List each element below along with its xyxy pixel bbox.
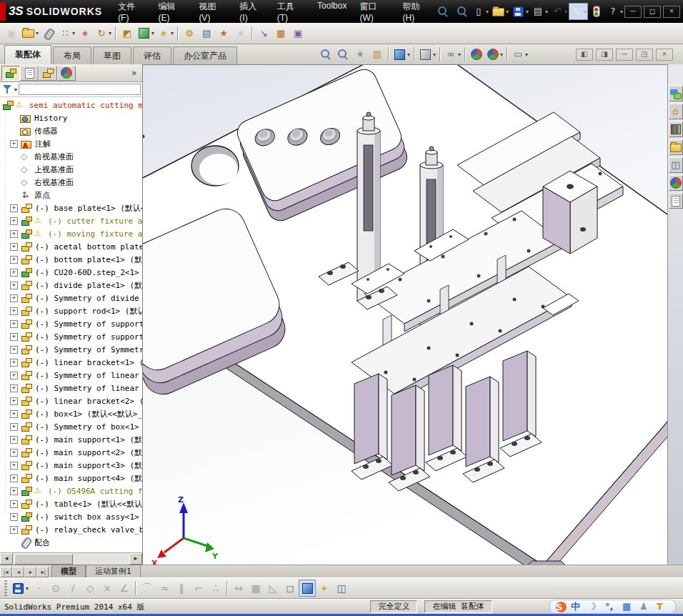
tree-item[interactable]: +(-) linear bracket<2> (默: [0, 394, 142, 407]
save-button[interactable]: ▾: [10, 580, 30, 597]
menu-pin-icon[interactable]: [437, 6, 449, 17]
tree-item[interactable]: +(-) Symmetry of Symmetry: [0, 343, 142, 356]
tree-item[interactable]: +(-) box<1> (默认<<默认>_显: [0, 407, 142, 420]
tab-办公室产品[interactable]: 办公室产品: [173, 46, 237, 64]
view-orientation-button[interactable]: ▾: [392, 46, 412, 63]
file-explorer-tab[interactable]: [669, 139, 683, 155]
large-assembly-mode-button[interactable]: ▦: [272, 25, 289, 42]
expand-icon[interactable]: +: [10, 333, 18, 341]
tree-item[interactable]: +(-) Symmetry of linear br: [0, 369, 142, 382]
mate-button[interactable]: [40, 25, 57, 42]
expand-icon[interactable]: +: [10, 526, 18, 534]
expand-icon[interactable]: +: [10, 487, 18, 495]
bill-of-materials-button[interactable]: ▤: [198, 25, 215, 42]
search-button[interactable]: [454, 3, 471, 20]
menu-工具(T)[interactable]: 工具(T): [271, 0, 310, 25]
view-settings-button[interactable]: ▭▾: [510, 46, 529, 63]
expand-icon[interactable]: +: [10, 500, 18, 508]
expand-icon[interactable]: +: [10, 140, 18, 148]
tree-root-item[interactable]: semi automatic cutting mac: [0, 99, 142, 111]
undo-button[interactable]: ↶▾: [549, 3, 569, 20]
expand-icon[interactable]: +: [10, 269, 18, 277]
doc-close-button[interactable]: ×: [656, 49, 673, 61]
tree-item[interactable]: +(-) bottom plate<1> (默认: [0, 253, 142, 266]
tree-item[interactable]: +(-) table<1> (默认<<默认>: [0, 497, 142, 510]
expand-icon[interactable]: +: [10, 282, 18, 289]
filter-input[interactable]: [19, 84, 141, 95]
spline-tool[interactable]: ∴: [207, 580, 224, 597]
expand-icon[interactable]: +: [10, 410, 18, 418]
custom-properties-tab[interactable]: [669, 193, 683, 209]
wireframe-view-button[interactable]: ◻: [281, 580, 299, 597]
new-motion-study-button[interactable]: ⚙: [181, 25, 198, 42]
study-tab-nav-button[interactable]: ►|: [36, 567, 49, 577]
tree-item[interactable]: History: [0, 111, 142, 124]
tree-item[interactable]: +(-) Symmetry of support r: [0, 330, 142, 343]
print-button[interactable]: ▤▾: [530, 3, 549, 20]
menu-编辑(E)[interactable]: 编辑(E): [152, 0, 191, 25]
angle-tool[interactable]: ∠: [116, 580, 133, 597]
pane-split-left-button[interactable]: ◧: [576, 49, 593, 61]
corner-tool[interactable]: ⌐: [190, 580, 207, 597]
edit-appearance-button[interactable]: [468, 46, 485, 63]
study-tab-nav-button[interactable]: |◄: [0, 567, 12, 577]
tree-item[interactable]: +(-) acetal bottom plate<1: [0, 240, 142, 253]
study-tab-模型[interactable]: 模型: [51, 565, 86, 578]
tree-filter[interactable]: ▾: [0, 82, 142, 97]
expand-icon[interactable]: +: [10, 462, 18, 470]
expand-icon[interactable]: +: [10, 256, 18, 264]
dropdown-caret-icon[interactable]: ▾: [486, 9, 489, 15]
tree-item[interactable]: +(-) cutter fixture assy: [0, 214, 142, 227]
expand-icon[interactable]: +: [10, 359, 18, 367]
arc-tool[interactable]: ⌒: [139, 580, 156, 597]
ime-toolbox-icon[interactable]: ♟: [639, 601, 652, 612]
expand-icon[interactable]: +: [10, 294, 18, 302]
tree-item[interactable]: +(-) moving fixture assy: [0, 227, 142, 240]
dropdown-caret-icon[interactable]: ▾: [109, 30, 111, 36]
tree-item[interactable]: 传感器: [0, 124, 142, 137]
ime-keyboard-icon[interactable]: ▦: [622, 601, 635, 612]
tab-评估[interactable]: 评估: [133, 46, 171, 64]
sogou-logo-icon[interactable]: S: [556, 602, 567, 612]
scroll-left-arrow[interactable]: ◄: [0, 553, 13, 565]
tab-布局[interactable]: 布局: [53, 46, 91, 64]
appearances-tab[interactable]: [669, 175, 683, 191]
dropdown-caret-icon[interactable]: ▾: [433, 51, 436, 58]
tree-item[interactable]: +(-) Symmetry of box<1> (默: [0, 420, 142, 433]
resources-tab[interactable]: ⌂: [669, 104, 683, 119]
model-l-bracket[interactable]: [543, 171, 597, 254]
viewport-scene[interactable]: Z X Y: [143, 65, 667, 565]
design-library-tab[interactable]: [669, 121, 683, 137]
tree-item[interactable]: +(-) Symmetry of divide pl: [0, 292, 142, 304]
open-button[interactable]: ▾: [490, 3, 510, 20]
tree-item[interactable]: +(-) linear bracket<1> (默: [0, 356, 142, 369]
tree-item[interactable]: 原点: [0, 189, 142, 202]
table-button[interactable]: ◫: [333, 580, 350, 597]
show-hidden-components-button[interactable]: ◩: [119, 25, 136, 42]
expand-icon[interactable]: +: [10, 230, 18, 238]
pane-split-right-button[interactable]: ◨: [596, 49, 613, 61]
doc-minimize-button[interactable]: ─: [616, 49, 633, 61]
zoom-fit-button[interactable]: [317, 46, 334, 63]
configurationmanager-tab[interactable]: [39, 66, 57, 81]
dimension-tool[interactable]: ↔: [230, 580, 247, 597]
tree-item[interactable]: +(-) main support<3> (默认: [0, 459, 142, 472]
tree-item[interactable]: +(-) Symmetry of linear br: [0, 382, 142, 394]
expand-icon[interactable]: +: [10, 449, 18, 457]
toolbar-grip[interactable]: [4, 580, 7, 596]
tree-item[interactable]: +(-) relay_check valve_box: [0, 523, 142, 536]
study-tab-运动算例1[interactable]: 运动算例1: [86, 565, 141, 578]
move-component-button[interactable]: ↻▾: [94, 25, 113, 42]
ime-moon-icon[interactable]: ☽: [588, 601, 601, 612]
expand-icon[interactable]: +: [10, 204, 18, 212]
menu-视图(V)[interactable]: 视图(V): [193, 0, 232, 25]
tree-item[interactable]: 右视基准面: [0, 176, 142, 189]
expand-icon[interactable]: +: [10, 423, 18, 431]
expand-icon[interactable]: +: [10, 346, 18, 354]
trim-tool[interactable]: ×: [99, 580, 116, 597]
close-button[interactable]: ×: [663, 6, 680, 18]
mirror-tool[interactable]: ≈: [156, 580, 173, 597]
tab-装配体[interactable]: 装配体: [4, 45, 51, 64]
measure-button[interactable]: ⌖: [316, 580, 333, 597]
panel-overflow-chevron[interactable]: »: [131, 68, 136, 78]
